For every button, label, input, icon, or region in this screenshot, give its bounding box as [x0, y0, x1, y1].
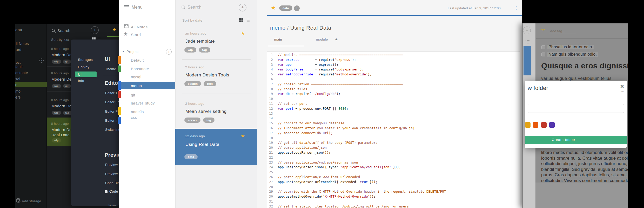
dark-sidebar-folder-item[interactable]: ers: [15, 95, 21, 99]
note-title-line2[interactable]: Real Data: [51, 133, 70, 137]
tag-pill[interactable]: design: [184, 81, 201, 86]
add-tag-button[interactable]: +: [294, 5, 300, 11]
dark-search-input[interactable]: Search: [57, 28, 70, 33]
breadcrumb-folder[interactable]: memo: [270, 25, 286, 31]
tab-main[interactable]: main: [274, 37, 282, 41]
tag-pill[interactable]: data: [184, 154, 198, 159]
sidebar-folder-item[interactable]: memo: [131, 84, 142, 88]
sidebar-folder-item[interactable]: css: [131, 115, 137, 120]
tag-pill[interactable]: wip: [52, 84, 61, 88]
dark-sidebar-folder-item[interactable]: sql: [15, 77, 20, 81]
dark-sort-label[interactable]: Sort by xxx: [51, 38, 69, 42]
tag-pill[interactable]: wip: [52, 138, 61, 142]
color-swatch[interactable]: [118, 91, 121, 98]
code-editor[interactable]: 1// modules ============================…: [267, 51, 520, 208]
tab-add[interactable]: +: [335, 37, 338, 41]
dark-sidebar-item-all-notes[interactable]: ll Notes: [16, 42, 29, 46]
tag-pill[interactable]: wip: [184, 47, 196, 53]
note-title[interactable]: Modern Des: [51, 53, 74, 57]
note-title[interactable]: Jade template: [185, 39, 215, 44]
sidebar-menu-label[interactable]: Menu: [132, 5, 143, 10]
dark-sidebar-folder-item[interactable]: mo: [15, 89, 21, 93]
search-input[interactable]: Search: [187, 5, 202, 10]
tag-pill[interactable]: git: [63, 60, 71, 64]
right-new-note-button[interactable]: +: [523, 27, 531, 34]
settings-menu-ui[interactable]: UI: [78, 73, 82, 76]
tag-pill[interactable]: git: [63, 84, 71, 88]
hamburger-menu-icon[interactable]: [124, 5, 129, 9]
dark-new-note-button[interactable]: +: [91, 26, 99, 34]
tag-pill[interactable]: server: [184, 118, 200, 123]
dark-sidebar-folder-item[interactable]: ostnote: [15, 71, 28, 75]
sidebar-folder-item[interactable]: Default: [131, 58, 144, 62]
todo-checkbox[interactable]: [541, 53, 545, 56]
tag-pill[interactable]: wip: [52, 111, 61, 115]
note-title[interactable]: Modern Des: [51, 77, 74, 81]
dark-sidebar-project-label[interactable]: ect: [16, 61, 21, 64]
list-view-icon[interactable]: [246, 18, 250, 22]
settings-menu-storages[interactable]: Storages: [78, 58, 93, 62]
tag-pill[interactable]: tool: [204, 81, 216, 86]
sidebar-folder-item[interactable]: laravel_study: [131, 101, 155, 105]
note-title[interactable]: Modern Design Tools: [185, 73, 229, 78]
folder-color-swatch[interactable]: [533, 122, 538, 128]
settings-dropdown-value[interactable]: javascri: [109, 204, 118, 206]
settings-menu-info[interactable]: Info: [78, 79, 84, 83]
folder-color-swatch[interactable]: [549, 122, 555, 128]
folder-color-swatch[interactable]: [541, 122, 547, 128]
add-storage-button[interactable]: Add storage: [22, 199, 41, 203]
note-title[interactable]: Mean server setting: [185, 109, 227, 114]
star-outline-icon[interactable]: ☆: [541, 27, 545, 33]
right-add-tag-input[interactable]: Add tag...: [550, 29, 565, 33]
code-line: 9var db = require('./config/db');: [267, 92, 520, 96]
new-note-button[interactable]: +: [239, 4, 246, 11]
note-star-icon[interactable]: ★: [241, 133, 245, 139]
folder-color-swatch[interactable]: [525, 122, 531, 128]
sidebar-folder-item[interactable]: mysql: [131, 75, 141, 79]
tag-pill[interactable]: wip: [52, 60, 61, 64]
close-icon[interactable]: ✕: [620, 84, 624, 89]
sidebar-folder-item[interactable]: Boostnote: [131, 67, 149, 71]
note-title[interactable]: Modern Des: [51, 127, 74, 132]
code-text: app.use(bodyParser.urlencoded({ extended…: [275, 180, 378, 185]
add-folder-button[interactable]: +: [166, 49, 172, 55]
kebab-menu-icon[interactable]: ⋮: [514, 5, 518, 11]
sidebar-item-starred[interactable]: Stard: [131, 32, 141, 37]
sort-by-label[interactable]: Sort by date: [182, 18, 203, 22]
tab-module[interactable]: module: [316, 37, 328, 41]
code-line: 17// mongoose.connect(db.url);: [267, 131, 520, 136]
note-tag-pill[interactable]: data: [279, 5, 292, 11]
grid-view-icon[interactable]: [239, 18, 243, 22]
tag-pill[interactable]: tag: [203, 118, 214, 123]
color-swatch[interactable]: [118, 66, 121, 72]
dark-note-star-icon[interactable]: ★: [112, 27, 116, 32]
sidebar-folder-item[interactable]: git: [131, 93, 135, 97]
sidebar-folder-item[interactable]: nodeJs: [131, 110, 144, 114]
color-swatch[interactable]: [118, 56, 121, 64]
dark-sidebar-folder-item[interactable]: fault: [15, 65, 23, 69]
color-swatch[interactable]: [118, 117, 121, 124]
create-folder-button[interactable]: Create folder: [525, 136, 627, 144]
list-view-icon[interactable]: [526, 40, 529, 44]
dark-sidebar-item-starred[interactable]: ard: [16, 48, 21, 52]
settings-menu-hotkey[interactable]: Hotkey: [78, 65, 89, 69]
dark-menu-label[interactable]: enu: [15, 28, 22, 32]
right-selected-note-sliver[interactable]: [524, 46, 531, 75]
dark-sidebar-folder-item[interactable]: e: [15, 83, 17, 87]
todo-checkbox[interactable]: [541, 45, 545, 49]
tag-pill[interactable]: tag: [199, 47, 210, 53]
color-swatch[interactable]: [118, 107, 121, 115]
note-star-icon[interactable]: ★: [271, 5, 276, 11]
line-number: 26: [267, 175, 275, 180]
tag-pill[interactable]: tag: [63, 111, 72, 115]
note-star-icon[interactable]: ★: [241, 30, 245, 36]
note-title[interactable]: Modern Des: [51, 104, 74, 108]
sidebar-project-label[interactable]: Project: [126, 50, 139, 54]
note-title[interactable]: Using Real Data: [185, 142, 219, 147]
sidebar-item-all-notes[interactable]: All Notes: [131, 25, 148, 29]
dark-add-folder-button[interactable]: +: [39, 58, 44, 63]
color-swatch[interactable]: [118, 81, 121, 90]
project-collapse-icon[interactable]: ▼: [122, 50, 124, 53]
settings-checkbox[interactable]: [105, 190, 108, 193]
folder-name-input[interactable]: [528, 104, 624, 113]
